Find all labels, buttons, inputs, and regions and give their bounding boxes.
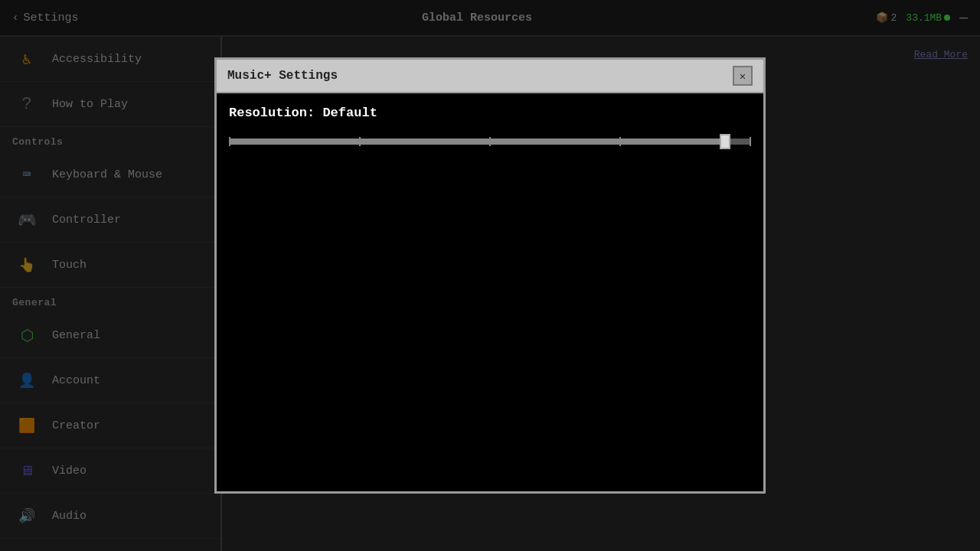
- modal-close-button[interactable]: ✕: [733, 66, 753, 86]
- slider-fill: [229, 139, 725, 145]
- resolution-slider-container[interactable]: [229, 132, 751, 151]
- modal-body: Resolution: Default: [217, 93, 763, 491]
- slider-track: [229, 139, 751, 145]
- modal-titlebar: Music+ Settings ✕: [217, 60, 763, 93]
- modal-overlay: Music+ Settings ✕ Resolution: Default: [0, 0, 980, 551]
- modal-dialog: Music+ Settings ✕ Resolution: Default: [214, 57, 766, 494]
- modal-title: Music+ Settings: [227, 69, 338, 83]
- slider-thumb[interactable]: [720, 134, 730, 149]
- resolution-label: Resolution: Default: [229, 106, 751, 120]
